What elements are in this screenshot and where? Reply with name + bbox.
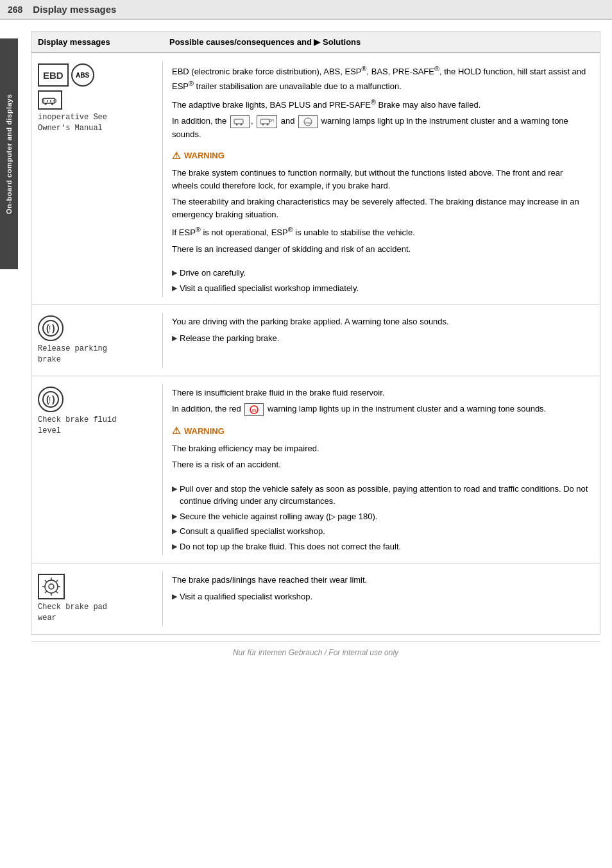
- table-header: Display messages Possible causes/consequ…: [31, 32, 600, 53]
- cell-left-parking: ( ! ) Release parking brake: [31, 313, 163, 368]
- header-col2: Possible causes/consequences and ▶ Solut…: [163, 37, 600, 47]
- pad-bullet1-text: Visit a qualified specialist workshop.: [180, 590, 312, 603]
- parking-bullet1: ▶ Release the parking brake.: [172, 332, 591, 345]
- pad-bullet1: ▶ Visit a qualified specialist workshop.: [172, 590, 591, 603]
- ebd-bullet1-text: Drive on carefully.: [180, 267, 246, 280]
- pad-label-line1: Check brake pad: [38, 603, 107, 612]
- fluid-svg: ( ! ): [42, 390, 60, 408]
- pad-label-line2: wear: [38, 613, 56, 622]
- arrow-icon-7: ▶: [172, 541, 177, 553]
- esp-svg: esp: [302, 117, 314, 127]
- svg-text:!: !: [49, 324, 51, 333]
- ebd-warning-para1: The brake system continues to function n…: [172, 167, 591, 192]
- arrow-icon-6: ▶: [172, 526, 177, 538]
- fluid-display-label: Check brake fluid level: [38, 415, 156, 437]
- svg-point-8: [235, 124, 237, 126]
- ebd-display-label: inoperative See Owner's Manual: [38, 112, 156, 134]
- page-wrapper: 268 Display messages On-board computer a…: [0, 0, 612, 868]
- fluid-circle-icon: ( ! ): [38, 387, 64, 412]
- svg-line-35: [45, 591, 47, 593]
- svg-point-9: [240, 124, 242, 126]
- ebd-warning-para3: If ESP® is not operational, ESP® is unab…: [172, 224, 591, 239]
- cell-right-ebd: EBD (electronic brake force distribution…: [163, 61, 600, 297]
- fluid-bullet3: ▶ Consult a qualified specialist worksho…: [172, 525, 591, 538]
- ebd-warning-label: WARNING: [184, 149, 225, 162]
- ebd-bullet2: ▶ Visit a qualified specialist workshop …: [172, 282, 591, 295]
- svg-text:esp: esp: [305, 121, 312, 124]
- warning-triangle-icon: ⚠: [172, 149, 180, 163]
- svg-rect-10: [260, 119, 269, 124]
- fluid-bullet1-text: Pull over and stop the vehicle safely as…: [180, 483, 591, 508]
- fluid-bullet1: ▶ Pull over and stop the vehicle safely …: [172, 483, 591, 508]
- svg-point-4: [51, 103, 53, 104]
- svg-text:OFF: OFF: [269, 119, 274, 122]
- parking-label-line1: Release parking: [38, 344, 107, 353]
- parking-display-label: Release parking brake: [38, 344, 156, 365]
- arrow-icon-3: ▶: [172, 333, 177, 345]
- pad-para1: The brake pads/linings have reached thei…: [172, 574, 591, 587]
- warning-triangle-icon-2: ⚠: [172, 424, 180, 438]
- arrow-icon-5: ▶: [172, 511, 177, 523]
- svg-point-3: [44, 103, 46, 104]
- brake-inline-svg: [234, 117, 246, 127]
- ebd-warning-para2: The steerability and braking characteris…: [172, 196, 591, 221]
- ebd-warning-title: ⚠ WARNING: [172, 149, 591, 163]
- fluid-warning-block: ⚠ WARNING The braking efficiency may be …: [172, 422, 591, 476]
- ebd-bullet2-text: Visit a qualified specialist workshop im…: [180, 282, 359, 295]
- svg-text:): ): [52, 323, 55, 333]
- fluid-bullet2: ▶ Secure the vehicle against rolling awa…: [172, 510, 591, 523]
- brake-svg: [42, 93, 58, 107]
- svg-point-12: [267, 124, 269, 126]
- svg-text:): ): [52, 394, 55, 405]
- fluid-bullet2-text: Secure the vehicle against rolling away …: [180, 510, 377, 523]
- fluid-red-inline-icon: (!): [244, 403, 264, 416]
- fluid-label-line2: level: [38, 426, 61, 435]
- svg-rect-0: [43, 98, 55, 103]
- fluid-warning-label: WARNING: [184, 425, 225, 438]
- ebd-warning-para4: There is an increased danger of skidding…: [172, 243, 591, 256]
- fluid-label-line1: Check brake fluid: [38, 415, 116, 424]
- ebd-bullet1: ▶ Drive on carefully.: [172, 267, 591, 280]
- display-messages-table: Display messages Possible causes/consequ…: [31, 31, 600, 635]
- table-row-fluid: ( ! ) Check brake fluid level There is i…: [31, 376, 600, 563]
- svg-text:(!): (!): [252, 408, 256, 412]
- pad-svg: [40, 576, 63, 597]
- parking-bullet1-text: Release the parking brake.: [180, 332, 279, 345]
- parking-brake-svg: ( ! ): [42, 319, 60, 337]
- arrow-icon-2: ▶: [172, 283, 177, 295]
- svg-line-34: [56, 580, 58, 582]
- ebd-label-line1: inoperative See: [38, 113, 107, 122]
- brake-icon-row: [38, 90, 156, 110]
- ebd-box-icon: EBD: [38, 63, 69, 87]
- pad-display-label: Check brake pad wear: [38, 602, 156, 624]
- fluid-bullet3-text: Consult a qualified specialist workshop.: [180, 525, 325, 538]
- fluid-warning-title: ⚠ WARNING: [172, 424, 591, 438]
- table-row-pad: Check brake pad wear The brake pads/lini…: [31, 563, 600, 634]
- fluid-para2: In addition, the red (!) warning lamp li…: [172, 403, 591, 416]
- ebd-para1: EBD (electronic brake force distribution…: [172, 63, 591, 93]
- brake-inline-icon: [230, 115, 250, 128]
- arrow-icon-1: ▶: [172, 267, 177, 280]
- pad-icon-box: [38, 574, 65, 599]
- parking-label-line2: brake: [38, 355, 61, 364]
- cell-left-ebd: EBD ABS: [31, 61, 163, 297]
- page-number: 268: [8, 4, 22, 15]
- cell-left-fluid: ( ! ) Check brake fluid level: [31, 384, 163, 555]
- brake-off-inline-icon: OFF: [257, 115, 277, 128]
- cell-left-pad: Check brake pad wear: [31, 571, 163, 626]
- top-bar: 268 Display messages: [0, 0, 612, 20]
- header-col1: Display messages: [31, 37, 163, 47]
- fluid-red-svg: (!): [248, 405, 260, 415]
- svg-point-11: [262, 124, 264, 126]
- main-content: Display messages Possible causes/consequ…: [24, 20, 612, 675]
- ebd-icons-container: EBD ABS: [38, 63, 156, 87]
- side-tab: On-board computer and displays: [0, 38, 18, 269]
- footer-text: Nur für internen Gebrauch / For internal…: [31, 641, 600, 664]
- table-row-parking: ( ! ) Release parking brake You are driv…: [31, 305, 600, 376]
- abs-circle-icon: ABS: [71, 63, 94, 87]
- parking-para1: You are driving with the parking brake a…: [172, 315, 591, 328]
- svg-text:!: !: [49, 396, 51, 405]
- svg-point-27: [49, 584, 54, 589]
- brake-off-svg: OFF: [260, 117, 274, 127]
- abs-text: ABS: [76, 72, 89, 79]
